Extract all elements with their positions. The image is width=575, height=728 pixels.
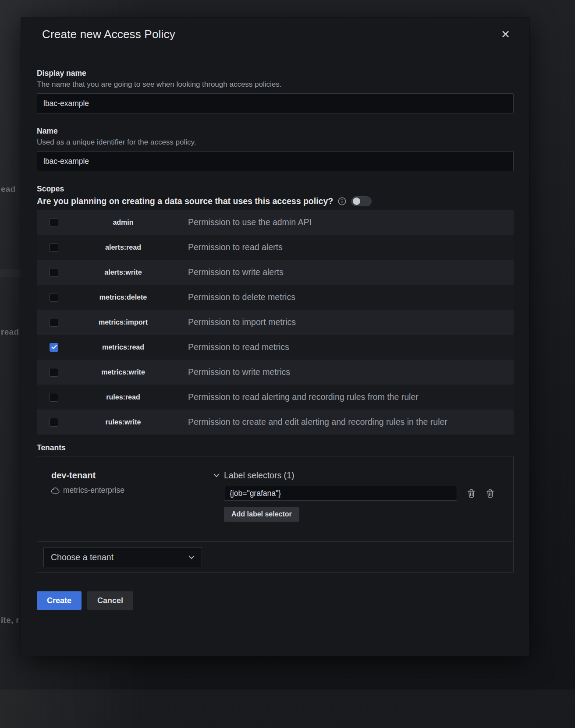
datasource-question: Are you planning on creating a data sour…: [37, 196, 333, 206]
name-field: Name Used as a unique identifier for the…: [37, 127, 514, 171]
scopes-question-row: Are you planning on creating a data sour…: [37, 196, 514, 206]
delete-selector-trash-icon[interactable]: [467, 488, 476, 498]
close-icon[interactable]: ✕: [501, 29, 510, 40]
datasource-toggle[interactable]: [351, 196, 372, 206]
display-name-field: Display name The name that you are going…: [37, 69, 514, 113]
modal-actions: Create Cancel: [37, 591, 514, 610]
scope-name: alerts:read: [58, 244, 188, 251]
modal-body: Display name The name that you are going…: [21, 51, 529, 610]
tenant-row-dev-tenant: dev-tenant metrics-enterprise: [37, 456, 513, 541]
scope-description: Permission to read alerting and recordin…: [188, 390, 479, 404]
scope-checkbox-metrics:delete[interactable]: [50, 293, 58, 302]
scope-checkbox-rules:read[interactable]: [50, 393, 58, 402]
chevron-down-icon: [213, 471, 220, 479]
toggle-knob: [353, 198, 360, 205]
tenants-panel: dev-tenant metrics-enterprise: [37, 456, 514, 573]
cloud-icon: [51, 488, 60, 494]
scope-row-rules:read: rules:readPermission to read alerting an…: [37, 385, 514, 410]
tenant-source: metrics-enterprise: [51, 486, 224, 495]
label-selector-row: [224, 486, 499, 501]
label-selector-input[interactable]: [224, 486, 457, 501]
display-name-description: The name that you are going to see when …: [37, 80, 514, 89]
add-label-selector-button[interactable]: Add label selector: [224, 507, 299, 522]
scope-name: metrics:delete: [58, 293, 188, 301]
scope-row-alerts:read: alerts:readPermission to read alerts: [37, 235, 514, 260]
backdrop-bottom-band: [0, 689, 575, 728]
scopes-label: Scopes: [37, 184, 514, 194]
scope-checkbox-alerts:write[interactable]: [50, 268, 58, 277]
info-circle-icon[interactable]: [338, 197, 346, 205]
scope-checkbox-metrics:write[interactable]: [50, 368, 58, 377]
scope-name: metrics:read: [58, 343, 188, 351]
scope-row-admin: adminPermission to use the admin API: [37, 210, 514, 235]
delete-tenant-trash-icon[interactable]: [486, 488, 495, 498]
backdrop-card-fragment: [0, 269, 21, 277]
scope-list: adminPermission to use the admin APIaler…: [37, 210, 514, 435]
modal-title: Create new Access Policy: [42, 28, 175, 41]
scope-checkbox-metrics:read[interactable]: [50, 343, 58, 352]
choose-tenant-placeholder: Choose a tenant: [51, 552, 114, 562]
scope-description: Permission to use the admin API: [188, 215, 479, 230]
tenants-label: Tenants: [37, 443, 514, 452]
scope-checkbox-admin[interactable]: [50, 218, 58, 227]
tenant-source-label: metrics-enterprise: [63, 486, 124, 495]
label-selectors-toggle[interactable]: Label selectors (1): [224, 470, 499, 481]
scope-row-metrics:import: metrics:importPermission to import metri…: [37, 310, 514, 335]
create-access-policy-modal: Create new Access Policy ✕ Display name …: [21, 18, 529, 656]
name-input[interactable]: [37, 151, 514, 171]
tenant-info: dev-tenant metrics-enterprise: [51, 470, 224, 522]
scope-description: Permission to read alerts: [188, 240, 479, 254]
scope-name: rules:read: [58, 393, 188, 401]
label-selectors-count: Label selectors (1): [224, 470, 294, 481]
display-name-label: Display name: [37, 69, 514, 78]
scope-name: metrics:import: [58, 318, 188, 326]
name-label: Name: [37, 127, 514, 136]
backdrop-text-fragment: read: [1, 327, 19, 337]
name-description: Used as a unique identifier for the acce…: [37, 138, 514, 147]
scope-row-metrics:read: metrics:readPermission to read metrics: [37, 335, 514, 360]
backdrop-text-fragment: ite, r: [1, 615, 19, 625]
scope-description: Permission to create and edit alerting a…: [188, 415, 479, 429]
scope-name: rules:write: [58, 418, 188, 426]
scope-row-metrics:write: metrics:writePermission to write metrics: [37, 360, 514, 385]
display-name-input[interactable]: [37, 93, 514, 113]
create-button[interactable]: Create: [37, 591, 82, 610]
scope-description: Permission to write alerts: [188, 265, 479, 279]
scope-name: alerts:write: [58, 269, 188, 276]
scope-description: Permission to delete metrics: [188, 290, 479, 304]
scope-checkbox-alerts:read[interactable]: [50, 243, 58, 252]
chevron-down-icon: [188, 553, 195, 561]
scope-description: Permission to write metrics: [188, 365, 479, 379]
backdrop-text-fragment: ead: [1, 184, 16, 194]
scope-checkbox-rules:write[interactable]: [50, 418, 58, 427]
scope-row-alerts:write: alerts:writePermission to write alerts: [37, 260, 514, 285]
tenant-selectors: Label selectors (1): [224, 470, 499, 522]
backdrop-card-edge: [0, 239, 21, 239]
scope-checkbox-metrics:import[interactable]: [50, 318, 58, 327]
scope-name: metrics:write: [58, 368, 188, 376]
cancel-button[interactable]: Cancel: [87, 591, 133, 610]
tenant-name: dev-tenant: [51, 470, 224, 481]
scope-row-metrics:delete: metrics:deletePermission to delete metri…: [37, 285, 514, 310]
scope-description: Permission to read metrics: [188, 340, 479, 354]
choose-tenant-row: Choose a tenant: [37, 542, 513, 573]
modal-header: Create new Access Policy ✕: [21, 18, 529, 51]
scope-name: admin: [58, 219, 188, 226]
scope-row-rules:write: rules:writePermission to create and edit…: [37, 410, 514, 435]
scope-description: Permission to import metrics: [188, 315, 479, 329]
choose-tenant-select[interactable]: Choose a tenant: [43, 547, 202, 567]
